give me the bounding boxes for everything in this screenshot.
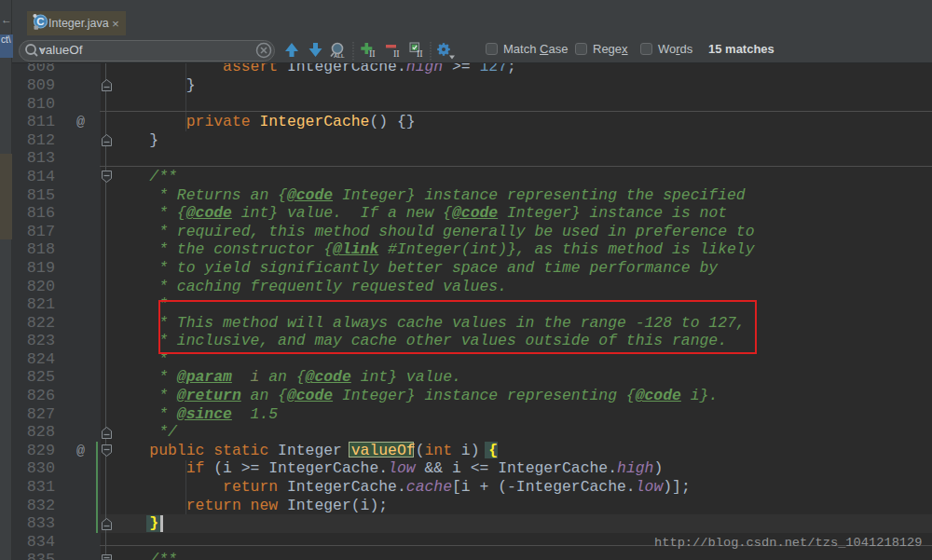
svg-text:II: II: [369, 48, 376, 59]
svg-text:II: II: [417, 48, 423, 59]
svg-text:C: C: [36, 16, 44, 27]
svg-text:ALL: ALL: [334, 53, 345, 59]
svg-text:II: II: [393, 48, 400, 59]
